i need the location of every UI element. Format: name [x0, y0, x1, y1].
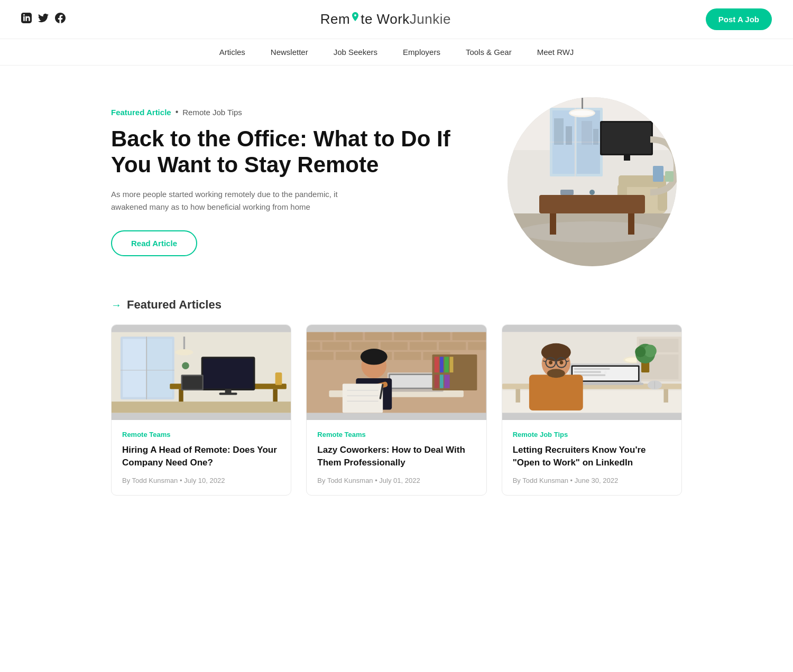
svg-point-49	[175, 349, 193, 356]
hero-image-wrap	[502, 97, 682, 266]
svg-rect-21	[602, 123, 651, 154]
svg-rect-18	[550, 213, 556, 235]
card-image-2	[307, 325, 486, 420]
svg-rect-88	[450, 357, 454, 372]
logo-text-remote: Rem	[320, 11, 350, 27]
svg-rect-59	[322, 342, 349, 350]
svg-rect-68	[394, 352, 421, 360]
nav-item-job-seekers[interactable]: Job Seekers	[334, 48, 377, 57]
nav-item-tools-gear[interactable]: Tools & Gear	[466, 48, 512, 57]
svg-point-103	[635, 347, 646, 357]
post-job-button[interactable]: Post A Job	[706, 8, 772, 30]
svg-rect-65	[307, 352, 334, 360]
svg-rect-37	[179, 389, 183, 402]
card-title-1: Hiring A Head of Remote: Does Your Compa…	[122, 444, 280, 469]
section-title: Featured Articles	[127, 298, 222, 312]
svg-rect-90	[440, 375, 444, 388]
card-meta-3: By Todd Kunsman • June 30, 2022	[513, 477, 671, 484]
svg-rect-57	[453, 332, 486, 340]
card-body-3: Remote Job Tips Letting Recruiters Know …	[502, 420, 681, 495]
read-article-button[interactable]: Read Article	[111, 230, 197, 256]
card-meta-2: By Todd Kunsman • July 01, 2022	[317, 477, 475, 484]
hero-section: Featured Article • Remote Job Tips Back …	[79, 66, 714, 287]
hero-title: Back to the Office: What to Do If You Wa…	[111, 126, 481, 178]
svg-rect-22	[624, 155, 630, 161]
svg-rect-27	[665, 171, 674, 182]
logo-pin-icon	[351, 12, 360, 26]
svg-rect-106	[663, 389, 668, 402]
hero-label: Featured Article • Remote Job Tips	[111, 107, 481, 117]
svg-point-12	[518, 221, 666, 242]
svg-rect-62	[410, 342, 437, 350]
svg-rect-19	[628, 213, 634, 235]
nav-item-employers[interactable]: Employers	[403, 48, 440, 57]
card-meta-1: By Todd Kunsman • July 10, 2022	[122, 477, 280, 484]
svg-rect-105	[515, 389, 520, 402]
svg-rect-33	[147, 339, 172, 397]
svg-point-118	[547, 369, 565, 378]
svg-point-25	[570, 110, 594, 116]
nav-item-meet-rwj[interactable]: Meet RWJ	[537, 48, 574, 57]
card-title-3: Letting Recruiters Know You're "Open to …	[513, 444, 671, 469]
hero-image	[508, 97, 677, 266]
card-body-1: Remote Teams Hiring A Head of Remote: Do…	[112, 420, 291, 495]
card-image-1	[112, 325, 291, 420]
svg-rect-111	[574, 371, 601, 372]
twitter-icon[interactable]	[38, 13, 49, 26]
svg-rect-58	[307, 342, 320, 350]
svg-rect-42	[219, 393, 237, 395]
linkedin-icon[interactable]	[21, 13, 32, 26]
featured-article-badge: Featured Article	[111, 108, 171, 117]
card-category-1: Remote Teams	[122, 431, 280, 438]
svg-rect-26	[653, 166, 663, 182]
logo-text-junkie: Junkie	[410, 11, 451, 27]
card-title-2: Lazy Coworkers: How to Deal With Them Pr…	[317, 444, 475, 469]
svg-rect-110	[574, 368, 610, 370]
svg-rect-47	[112, 402, 291, 413]
svg-rect-61	[381, 342, 408, 350]
svg-rect-38	[273, 389, 277, 402]
svg-point-102	[644, 344, 657, 357]
main-nav: Articles Newsletter Job Seekers Employer…	[0, 39, 793, 66]
svg-rect-55	[394, 332, 421, 340]
svg-rect-32	[123, 339, 146, 397]
featured-articles-section: → Featured Articles	[79, 298, 714, 527]
svg-rect-115	[529, 375, 583, 410]
svg-point-113	[604, 371, 606, 374]
svg-point-46	[182, 362, 189, 369]
svg-point-124	[549, 361, 552, 365]
card-category-2: Remote Teams	[317, 431, 475, 438]
svg-point-125	[559, 361, 563, 365]
card-image-3	[502, 325, 681, 420]
hero-label-category: Remote Job Tips	[182, 108, 242, 117]
svg-rect-9	[582, 121, 592, 145]
svg-point-29	[589, 190, 595, 195]
svg-rect-17	[539, 195, 645, 213]
svg-rect-73	[390, 375, 439, 388]
article-card-1[interactable]: Remote Teams Hiring A Head of Remote: Do…	[111, 324, 291, 496]
article-card-2[interactable]: Remote Teams Lazy Coworkers: How to Deal…	[306, 324, 486, 496]
svg-rect-53	[336, 332, 363, 340]
svg-rect-86	[440, 357, 444, 372]
svg-rect-48	[183, 337, 185, 350]
svg-rect-85	[435, 357, 439, 372]
svg-rect-87	[445, 357, 449, 372]
svg-rect-91	[445, 375, 450, 388]
social-icons	[21, 13, 66, 26]
svg-rect-7	[554, 118, 564, 145]
svg-rect-28	[560, 190, 574, 195]
svg-rect-44	[182, 376, 202, 389]
article-card-3[interactable]: Remote Job Tips Letting Recruiters Know …	[502, 324, 682, 496]
nav-item-newsletter[interactable]: Newsletter	[271, 48, 308, 57]
svg-rect-56	[423, 332, 450, 340]
hero-excerpt: As more people started working remotely …	[111, 188, 365, 213]
svg-rect-66	[336, 352, 363, 360]
svg-rect-79	[343, 384, 383, 413]
svg-rect-45	[275, 372, 282, 385]
svg-rect-63	[439, 342, 466, 350]
nav-item-articles[interactable]: Articles	[219, 48, 245, 57]
svg-rect-64	[468, 342, 486, 350]
facebook-icon[interactable]	[55, 13, 66, 26]
svg-point-76	[361, 349, 388, 365]
svg-rect-23	[582, 97, 583, 110]
